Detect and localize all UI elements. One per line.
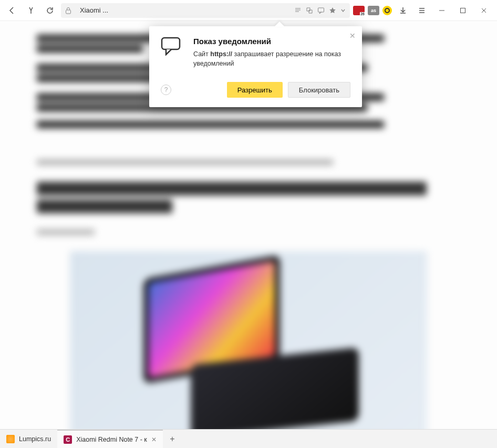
address-bar[interactable]: Xiaomi ... bbox=[61, 3, 350, 18]
downloads-button[interactable] bbox=[395, 3, 411, 18]
lastfm-extension-icon[interactable]: as bbox=[368, 6, 379, 15]
svg-rect-2 bbox=[461, 8, 465, 13]
tab-label: Lumpics.ru bbox=[19, 435, 51, 443]
block-button[interactable]: Блокировать bbox=[288, 82, 350, 98]
browser-toolbar: Xiaomi ... 26 as bbox=[0, 0, 497, 21]
new-tab-button[interactable]: + bbox=[163, 430, 182, 448]
back-button[interactable] bbox=[4, 3, 20, 18]
window-maximize-button[interactable] bbox=[454, 3, 472, 18]
tab-xiaomi[interactable]: C Xiaomi Redmi Note 7 - к ✕ bbox=[57, 430, 163, 448]
menu-button[interactable] bbox=[414, 3, 430, 18]
lock-icon bbox=[65, 7, 71, 14]
address-bar-icons bbox=[294, 7, 346, 14]
popup-close-button[interactable]: ✕ bbox=[349, 32, 356, 40]
tab-close-button[interactable]: ✕ bbox=[151, 436, 157, 443]
favicon-c-icon: C bbox=[64, 435, 72, 444]
window-minimize-button[interactable] bbox=[433, 3, 451, 18]
window-close-button[interactable] bbox=[475, 3, 493, 18]
svg-rect-3 bbox=[162, 38, 180, 49]
svg-rect-0 bbox=[66, 10, 71, 14]
bookmark-star-icon[interactable] bbox=[329, 7, 336, 14]
adblock-extension-icon[interactable]: 26 bbox=[353, 6, 365, 15]
feedback-icon[interactable] bbox=[317, 7, 325, 14]
reload-button[interactable] bbox=[42, 3, 58, 18]
notification-icon bbox=[161, 37, 184, 68]
yandex-home-button[interactable] bbox=[23, 3, 39, 18]
tab-lumpics[interactable]: Lumpics.ru bbox=[0, 430, 57, 448]
notification-permission-popup: ✕ Показ уведомлений Сайт https:// запраш… bbox=[149, 26, 362, 107]
svg-rect-1 bbox=[318, 8, 324, 12]
translate-icon[interactable] bbox=[306, 7, 313, 14]
favicon-lumpics-icon bbox=[6, 435, 15, 443]
dropdown-arrow-icon[interactable] bbox=[340, 7, 346, 14]
allow-button[interactable]: Разрешить bbox=[227, 82, 283, 98]
tab-bar: Lumpics.ru C Xiaomi Redmi Note 7 - к ✕ + bbox=[0, 429, 497, 448]
reader-mode-icon[interactable] bbox=[294, 7, 302, 14]
music-extension-icon[interactable] bbox=[382, 6, 392, 15]
popup-help-button[interactable]: ? bbox=[161, 85, 171, 95]
tab-label: Xiaomi Redmi Note 7 - к bbox=[76, 436, 147, 443]
address-title: Xiaomi ... bbox=[80, 6, 108, 14]
popup-message: Сайт https:// запрашивает разрешение на … bbox=[193, 50, 350, 68]
popup-title: Показ уведомлений bbox=[193, 37, 350, 46]
